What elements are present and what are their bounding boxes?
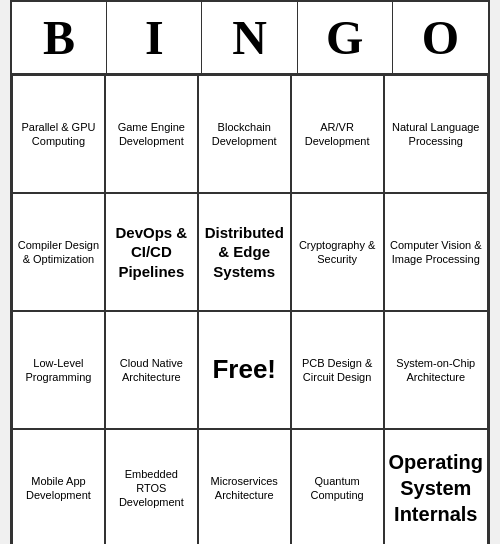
cell-16: Embedded RTOS Development bbox=[105, 429, 198, 544]
bingo-letter-b: B bbox=[12, 2, 107, 73]
cell-text-6: DevOps & CI/CD Pipelines bbox=[110, 223, 193, 282]
cell-text-12: Free! bbox=[212, 353, 276, 387]
cell-3: AR/VR Development bbox=[291, 75, 384, 193]
cell-13: PCB Design & Circuit Design bbox=[291, 311, 384, 429]
bingo-letter-o: O bbox=[393, 2, 488, 73]
bingo-header: BINGO bbox=[12, 2, 488, 75]
cell-text-11: Cloud Native Architecture bbox=[110, 356, 193, 385]
cell-text-7: Distributed & Edge Systems bbox=[203, 223, 286, 282]
cell-4: Natural Language Processing bbox=[384, 75, 488, 193]
cell-1: Game Engine Development bbox=[105, 75, 198, 193]
cell-14: System-on-Chip Architecture bbox=[384, 311, 488, 429]
cell-18: Quantum Computing bbox=[291, 429, 384, 544]
cell-text-17: Microservices Architecture bbox=[203, 474, 286, 503]
bingo-card: BINGO Parallel & GPU ComputingGame Engin… bbox=[10, 0, 490, 544]
bingo-letter-i: I bbox=[107, 2, 202, 73]
cell-text-19: Operating System Internals bbox=[389, 449, 483, 527]
cell-text-14: System-on-Chip Architecture bbox=[389, 356, 483, 385]
cell-0: Parallel & GPU Computing bbox=[12, 75, 105, 193]
cell-8: Cryptography & Security bbox=[291, 193, 384, 311]
cell-12: Free! bbox=[198, 311, 291, 429]
cell-text-8: Cryptography & Security bbox=[296, 238, 379, 267]
cell-text-13: PCB Design & Circuit Design bbox=[296, 356, 379, 385]
cell-text-10: Low-Level Programming bbox=[17, 356, 100, 385]
cell-9: Computer Vision & Image Processing bbox=[384, 193, 488, 311]
bingo-letter-g: G bbox=[298, 2, 393, 73]
cell-text-1: Game Engine Development bbox=[110, 120, 193, 149]
bingo-grid: Parallel & GPU ComputingGame Engine Deve… bbox=[12, 75, 488, 544]
cell-5: Compiler Design & Optimization bbox=[12, 193, 105, 311]
cell-17: Microservices Architecture bbox=[198, 429, 291, 544]
cell-19: Operating System Internals bbox=[384, 429, 488, 544]
cell-text-18: Quantum Computing bbox=[296, 474, 379, 503]
cell-7: Distributed & Edge Systems bbox=[198, 193, 291, 311]
cell-text-2: Blockchain Development bbox=[203, 120, 286, 149]
cell-text-4: Natural Language Processing bbox=[389, 120, 483, 149]
cell-text-9: Computer Vision & Image Processing bbox=[389, 238, 483, 267]
cell-10: Low-Level Programming bbox=[12, 311, 105, 429]
cell-6: DevOps & CI/CD Pipelines bbox=[105, 193, 198, 311]
bingo-letter-n: N bbox=[202, 2, 297, 73]
cell-11: Cloud Native Architecture bbox=[105, 311, 198, 429]
cell-2: Blockchain Development bbox=[198, 75, 291, 193]
cell-15: Mobile App Development bbox=[12, 429, 105, 544]
cell-text-0: Parallel & GPU Computing bbox=[17, 120, 100, 149]
cell-text-16: Embedded RTOS Development bbox=[110, 467, 193, 510]
cell-text-5: Compiler Design & Optimization bbox=[17, 238, 100, 267]
cell-text-15: Mobile App Development bbox=[17, 474, 100, 503]
cell-text-3: AR/VR Development bbox=[296, 120, 379, 149]
